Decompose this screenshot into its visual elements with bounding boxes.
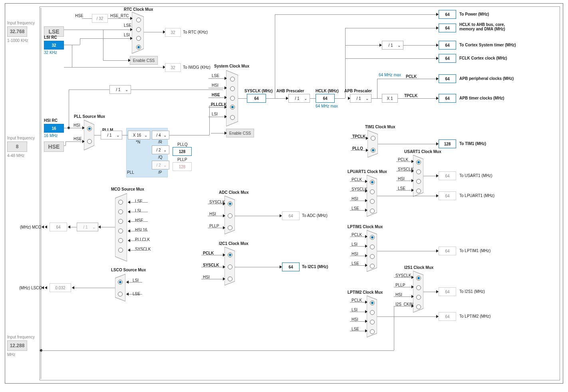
mco-r6[interactable]: [118, 248, 123, 253]
mco-r5[interactable]: [118, 238, 123, 243]
cortex-div[interactable]: / 1⌄: [382, 41, 403, 50]
mco-r2[interactable]: [118, 209, 123, 214]
usart1-r2[interactable]: [416, 169, 421, 174]
sys-hsi: HSI: [212, 83, 218, 88]
lpuart1-r3[interactable]: [370, 199, 375, 204]
pllr-lbl: /R: [158, 140, 162, 144]
pllsrc-radio-hse[interactable]: [87, 139, 92, 144]
lpuart1-out: To LPUART1 (MHz): [459, 193, 495, 198]
rtc-css[interactable]: Enable CSS: [130, 56, 158, 65]
mco-div[interactable]: / 1⌄: [77, 223, 98, 231]
i2c1-r1[interactable]: [228, 253, 232, 257]
adc-out: To ADC (MHz): [302, 213, 328, 218]
pllr[interactable]: / 4⌄: [152, 131, 169, 139]
pllm[interactable]: / 1⌄: [101, 131, 122, 139]
lpuart1-r1[interactable]: [370, 180, 375, 185]
rtc-radio-lse[interactable]: [136, 27, 141, 32]
tim1-r1[interactable]: [371, 136, 375, 141]
i2s-freq[interactable]: 12.288: [7, 340, 27, 351]
hclk-val: 64: [316, 94, 335, 103]
lsco-r2[interactable]: [118, 292, 123, 296]
lpuart1-r2[interactable]: [370, 189, 375, 194]
osc-hse[interactable]: HSE: [44, 141, 64, 152]
lptim2-r1[interactable]: [370, 300, 375, 305]
i2c1-out: To I2C1 (MHz): [302, 265, 328, 269]
hclk-max: 64 MHz max: [316, 104, 338, 108]
i2c1-title: I2C1 Clock Mux: [219, 241, 248, 246]
mco-val: 64: [50, 223, 67, 231]
rtc-radio-none[interactable]: [136, 45, 141, 50]
sys-r-hse[interactable]: [230, 96, 235, 101]
sys-css[interactable]: Enable CSS: [226, 129, 254, 137]
mco-r1[interactable]: [118, 200, 123, 205]
osc-hsi-unit: 16 MHz: [44, 133, 58, 138]
pllq-lbl2: PLLQ: [177, 142, 188, 147]
rtc-radio-hse[interactable]: [136, 18, 141, 22]
apb-sel[interactable]: / 1⌄: [350, 94, 371, 103]
adc-r2[interactable]: [228, 213, 232, 218]
lptim1-r4[interactable]: [370, 264, 375, 269]
sys-r-lsi[interactable]: [230, 115, 235, 120]
lse-freq-label: Input frequency: [7, 21, 35, 25]
i2s1-r3[interactable]: [416, 295, 421, 300]
lptim1-r2[interactable]: [370, 245, 375, 249]
osc-lsi-unit: 32 KHz: [44, 50, 57, 55]
i2c1-r3[interactable]: [228, 277, 232, 281]
lptim2-r4[interactable]: [370, 329, 375, 334]
i2s1-r2[interactable]: [416, 285, 421, 290]
lptim1-r1[interactable]: [370, 235, 375, 240]
mco-r4[interactable]: [118, 229, 123, 233]
iwdg-val: 32: [165, 63, 181, 72]
pllsrc-hse: HSE: [73, 137, 82, 141]
adc-r3[interactable]: [228, 225, 232, 230]
out-power: 64: [439, 10, 456, 19]
i2c1-r2[interactable]: [228, 265, 232, 269]
sys-r-pllclk[interactable]: [230, 105, 235, 109]
pllq[interactable]: / 2⌄: [152, 145, 169, 154]
plln[interactable]: X 16⌄: [128, 131, 150, 139]
out-ahb-l: HCLK to AHB bus, core, memory and DMA (M…: [459, 22, 515, 31]
i2s-freq-label: Input frequency: [7, 335, 35, 339]
ahb-sel[interactable]: / 1⌄: [288, 94, 310, 103]
lptim1-title: LPTIM1 Clock Mux: [348, 225, 383, 229]
i2c1-val: 64: [282, 263, 300, 271]
hse-range: 4-48 MHz: [7, 153, 24, 158]
sysclk-val: 64: [247, 94, 266, 103]
out-ahb: 64: [439, 24, 456, 32]
usart1-r1[interactable]: [416, 160, 421, 165]
lse-freq[interactable]: 32.768: [7, 26, 27, 37]
osc-hsi: 16: [44, 124, 64, 133]
lsco-val: 0.032: [50, 283, 71, 292]
lsco-r1[interactable]: [118, 280, 123, 285]
sys-r-hsi[interactable]: [230, 86, 235, 91]
mco-sysclk: SYSCLK: [135, 247, 151, 251]
lptim1-out: To LPTIM1 (MHz): [459, 249, 491, 253]
pllp[interactable]: / 2⌄: [152, 161, 169, 169]
lptim2-r3[interactable]: [370, 320, 375, 324]
rtc-title: RTC Clock Mux: [124, 7, 153, 12]
tim1-r2[interactable]: [371, 148, 375, 153]
adc-r1[interactable]: [228, 201, 232, 206]
hse-freq[interactable]: 8: [7, 141, 27, 152]
pllq-out[interactable]: 128: [173, 147, 192, 156]
lptim1-r3[interactable]: [370, 254, 375, 259]
usart1-r3[interactable]: [416, 179, 421, 184]
apb-max: 64 MHz max: [379, 73, 401, 77]
rtc-out: To RTC (KHz): [183, 30, 208, 34]
lptim2-r2[interactable]: [370, 310, 375, 315]
out-apbtim-l: APB timer clocks (MHz): [459, 96, 504, 100]
sys-lsi: LSI: [212, 112, 218, 116]
osc-lsi-title: LSI RC: [44, 35, 57, 40]
lpuart1-r4[interactable]: [370, 209, 375, 213]
rtc-radio-lsi[interactable]: [136, 36, 141, 41]
i2s1-r4[interactable]: [416, 304, 421, 309]
hsidiv[interactable]: / 1⌄: [109, 85, 131, 94]
out-cortex-l: To Cortex System timer (MHz): [459, 43, 516, 47]
mco-r3[interactable]: [118, 219, 123, 224]
sys-r-lse[interactable]: [230, 77, 235, 82]
lptim2-val: 64: [439, 312, 456, 321]
usart1-r4[interactable]: [416, 189, 421, 193]
pllsrc-mux: [84, 120, 94, 150]
pllsrc-radio-hsi[interactable]: [87, 126, 92, 131]
i2s1-r1[interactable]: [416, 276, 421, 281]
